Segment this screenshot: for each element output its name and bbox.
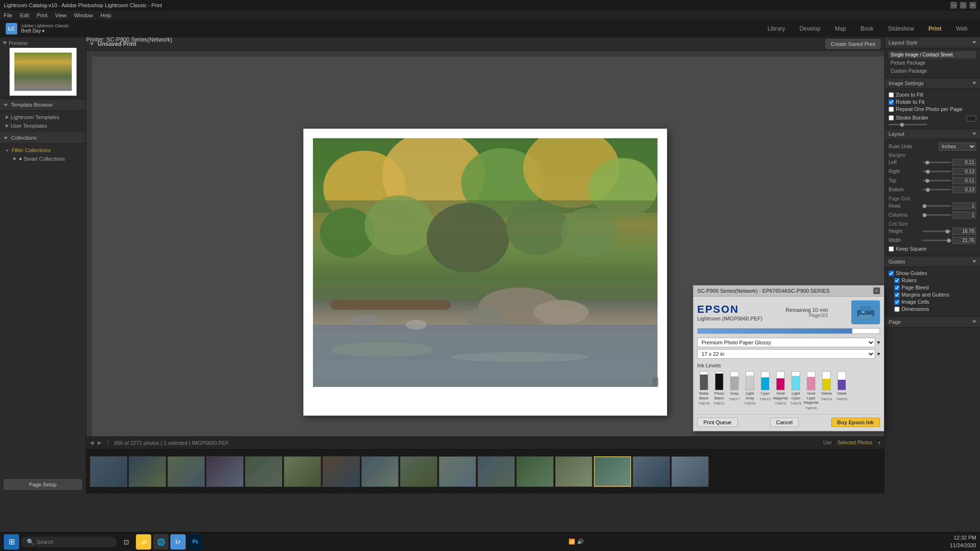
film-thumb-10[interactable] [439, 456, 476, 487]
start-button[interactable]: ⊞ [4, 534, 19, 550]
menu-view[interactable]: View [55, 12, 67, 18]
margin-top-thumb[interactable] [925, 179, 929, 183]
film-thumb-12[interactable] [516, 456, 554, 487]
cols-input[interactable] [952, 211, 976, 219]
menu-edit[interactable]: Edit [20, 12, 29, 18]
film-thumb-7[interactable] [323, 456, 360, 487]
epson-close-button[interactable]: ✕ [873, 287, 880, 294]
create-saved-print-button[interactable]: Create Saved Print [825, 39, 880, 49]
film-thumb-16[interactable] [671, 456, 709, 487]
module-develop[interactable]: Develop [793, 23, 827, 34]
image-settings-header[interactable]: Image Settings [885, 78, 980, 89]
film-thumb-2[interactable] [129, 456, 166, 487]
margin-bottom-input[interactable] [952, 186, 976, 193]
stroke-border-slider[interactable] [889, 124, 927, 125]
margin-left-slider[interactable] [923, 162, 951, 163]
film-thumb-11[interactable] [478, 456, 515, 487]
film-thumb-14-selected[interactable] [594, 456, 631, 487]
user-templates-item[interactable]: User Templates [4, 121, 82, 130]
lightroom-taskbar-icon[interactable]: Lr [170, 534, 186, 550]
task-view-button[interactable]: ⊡ [119, 534, 134, 550]
page-header[interactable]: Page [885, 317, 980, 328]
guides-header[interactable]: Guides [885, 256, 980, 267]
style-custom-package[interactable]: Custom Package [889, 67, 976, 75]
cancel-print-button[interactable]: Cancel [770, 418, 799, 427]
show-guides-checkbox[interactable] [889, 271, 894, 276]
film-thumb-1[interactable] [90, 456, 127, 487]
style-picture-package[interactable]: Picture Package [889, 59, 976, 66]
cols-slider[interactable] [923, 214, 951, 216]
margin-left-input[interactable] [952, 159, 976, 166]
menu-window[interactable]: Window [74, 12, 93, 18]
cell-width-thumb[interactable] [947, 239, 951, 242]
cols-thumb[interactable] [923, 213, 926, 217]
paper-size-dropdown[interactable]: ▾ [877, 351, 880, 357]
file-explorer-icon[interactable]: 📁 [136, 534, 151, 550]
module-slideshow[interactable]: Slideshow [881, 23, 921, 34]
collections-header[interactable]: Collections [0, 132, 86, 144]
cell-height-slider[interactable] [923, 231, 951, 232]
repeat-one-checkbox[interactable] [889, 107, 894, 112]
keep-square-checkbox[interactable] [889, 246, 894, 252]
filmstrip-dropdown[interactable]: ▾ [878, 440, 880, 445]
user-label[interactable]: Brett Day ▾ [21, 28, 69, 34]
taskbar-clock[interactable]: 12:32 PM 11/24/2020 [950, 534, 976, 549]
margin-bottom-slider[interactable] [923, 189, 951, 190]
menu-help[interactable]: Help [100, 12, 111, 18]
module-print[interactable]: Print [922, 23, 948, 34]
layout-style-header[interactable]: Layout Style [885, 37, 980, 48]
rulers-checkbox[interactable] [894, 278, 900, 283]
restore-button[interactable]: □ [960, 2, 967, 9]
film-thumb-8[interactable] [361, 456, 399, 487]
cell-width-slider[interactable] [923, 240, 951, 241]
photoshop-taskbar-icon[interactable]: Ps [188, 534, 203, 550]
close-button[interactable]: ✕ [969, 2, 976, 9]
margin-bottom-thumb[interactable] [926, 188, 930, 192]
module-map[interactable]: Map [828, 23, 853, 34]
ruler-units-select[interactable]: Inches Centimeters [939, 143, 976, 151]
film-thumb-13[interactable] [555, 456, 592, 487]
layout-header[interactable]: Layout [885, 129, 980, 140]
paper-size-select[interactable]: 17 x 22 in [697, 349, 875, 359]
menu-file[interactable]: File [4, 12, 12, 18]
zoom-to-fill-checkbox[interactable] [889, 92, 894, 98]
cell-width-input[interactable] [952, 237, 976, 244]
module-web[interactable]: Web [949, 23, 974, 34]
rows-slider[interactable] [923, 205, 951, 207]
film-thumb-15[interactable] [633, 456, 670, 487]
margin-left-thumb[interactable] [925, 161, 929, 165]
style-single-image[interactable]: Single Image / Contact Sheet [889, 51, 976, 58]
template-browser-header[interactable]: Template Browser [0, 99, 86, 111]
smart-collections-item[interactable]: ■ Smart Collections [4, 154, 82, 163]
film-thumb-3[interactable] [167, 456, 205, 487]
filmstrip-nav-left[interactable]: ◀ [90, 440, 94, 445]
page-bleed-checkbox[interactable] [894, 285, 900, 290]
dimensions-checkbox[interactable] [894, 307, 900, 312]
film-thumb-6[interactable] [284, 456, 321, 487]
buy-epson-ink-button[interactable]: Buy Epson Ink [831, 418, 880, 427]
minimize-button[interactable]: — [950, 2, 957, 9]
margin-top-input[interactable] [952, 177, 976, 184]
margin-top-slider[interactable] [923, 180, 951, 181]
margin-right-thumb[interactable] [926, 170, 930, 174]
print-queue-button[interactable]: Print Queue [697, 418, 738, 427]
chrome-icon[interactable]: 🌐 [153, 534, 168, 550]
filter-collections-item[interactable]: + Filter Collections [4, 146, 82, 154]
cell-height-thumb[interactable] [946, 230, 949, 233]
margin-right-input[interactable] [952, 168, 976, 175]
module-library[interactable]: Library [761, 23, 792, 34]
paper-type-dropdown[interactable]: ▾ [877, 339, 880, 346]
rows-input[interactable] [952, 202, 976, 209]
stroke-border-thumb[interactable] [900, 123, 904, 127]
taskbar-search-box[interactable]: 🔍 Search [21, 537, 117, 547]
margin-right-slider[interactable] [923, 171, 951, 172]
margins-gutters-checkbox[interactable] [894, 292, 900, 298]
rows-thumb[interactable] [923, 204, 926, 208]
module-book[interactable]: Book [854, 23, 880, 34]
stroke-color-swatch[interactable] [967, 116, 976, 121]
menu-print[interactable]: Print [37, 12, 48, 18]
film-thumb-4[interactable] [206, 456, 244, 487]
lightroom-templates-item[interactable]: Lightroom Templates [4, 113, 82, 121]
paper-type-select[interactable]: Premium Photo Paper Glossy [697, 338, 875, 347]
film-thumb-9[interactable] [400, 456, 437, 487]
